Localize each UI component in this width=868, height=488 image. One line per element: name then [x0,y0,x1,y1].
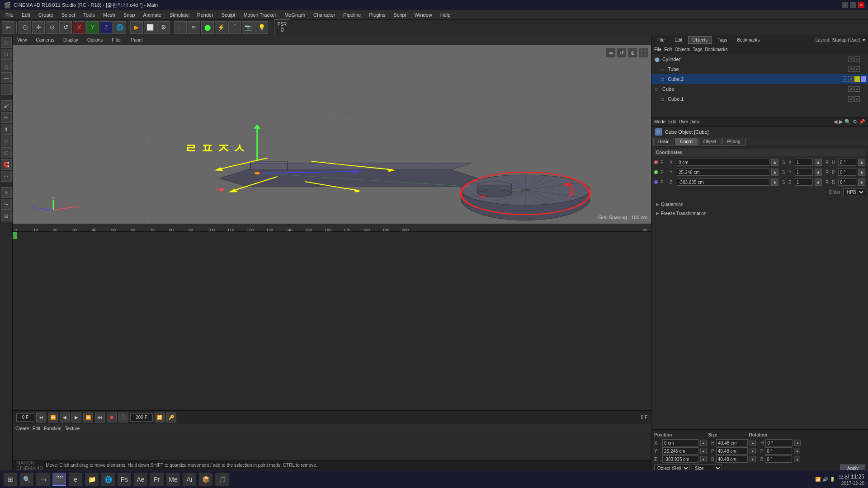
obj-menu-tags[interactable]: Tags [693,47,702,52]
x-axis-btn[interactable]: X [73,21,85,34]
bridge-tool[interactable]: ⬡ [1,147,12,158]
menu-motiontracker[interactable]: Motion Tracker [240,11,280,19]
z-rot-input[interactable] [765,455,792,463]
freeze-row[interactable]: ▶ Freeze Transformation [654,209,865,218]
rp-tab-edit[interactable]: Edit [670,36,686,44]
cube2-toggle-2[interactable]: ✓ [848,76,854,82]
minimize-button[interactable]: – [842,2,848,8]
y-rot-up[interactable]: ▲ [794,448,800,454]
quaternion-row[interactable]: ▶ Quaternion [654,200,865,209]
cube-toggle-1[interactable]: ✓ [848,86,854,92]
menu-animate[interactable]: Animate [140,11,165,19]
obj-row-cube[interactable]: □ Cube ✓ ✓ [651,84,868,94]
timeline-track[interactable] [13,232,651,410]
attr-nav-prev[interactable]: ◀ [834,119,837,125]
cube-btn[interactable]: □ [174,21,187,34]
menu-character[interactable]: Character [310,11,339,19]
spline-btn[interactable]: ⌒ [228,21,241,34]
tray-network[interactable]: 📶 [815,477,821,482]
menu-sculpt[interactable]: Sculpt [218,11,239,19]
chrome-taskbar[interactable]: 🌐 [101,473,115,486]
rp-tab-file[interactable]: File [653,36,669,44]
taskview-button[interactable]: ▭ [36,473,50,486]
rp-tab-bookmarks[interactable]: Bookmarks [733,36,764,44]
goto-end-btn[interactable]: ⏭ [95,413,105,422]
extrude-tool[interactable]: ⬆ [1,124,12,135]
deform-btn[interactable]: 〜 [1,199,12,210]
play-btn[interactable]: ▶ [71,413,81,422]
menu-create[interactable]: Create [35,11,57,19]
cylinder-toggle-2[interactable]: ✓ [854,56,860,62]
px-up[interactable]: ▲ [771,159,778,166]
bevel-tool[interactable]: ◇ [1,136,12,146]
y-rot-input[interactable] [765,447,792,455]
z-pos-up[interactable]: ▲ [700,456,707,462]
attr-pin[interactable]: 📌 [859,119,865,125]
attr-mode[interactable]: Mode [654,119,665,124]
loop-btn[interactable]: 🔁 [155,413,165,422]
files-taskbar[interactable]: 📁 [85,473,99,486]
aftereffects-taskbar[interactable]: Ae [134,473,147,486]
attr-edit[interactable]: Edit [668,119,676,124]
maximize-button[interactable]: □ [850,2,856,8]
media-encoder-taskbar[interactable]: Me [166,473,180,486]
obj-row-cube2[interactable]: □ Cube.2 ✓ ✓ [651,74,868,84]
app-taskbar-1[interactable]: 📦 [199,473,212,486]
vt-display[interactable]: Display [61,37,81,43]
obj-menu-objects[interactable]: Objects [675,47,690,52]
end-frame-input[interactable] [130,413,153,422]
menu-simulate[interactable]: Simulate [166,11,193,19]
vp-nav-zoom[interactable]: ⊕ [627,48,637,58]
app-taskbar-2[interactable]: 🎵 [215,473,229,486]
py-input[interactable] [677,169,769,176]
menu-mograph[interactable]: MoGraph [281,11,309,19]
tube-toggle-1[interactable]: ✓ [848,66,854,72]
attr-nav-next[interactable]: ▶ [839,119,843,125]
material-btn[interactable]: $ [1,187,12,198]
premiere-taskbar[interactable]: Pr [150,473,164,486]
rp-tab-objects[interactable]: Objects [688,36,712,44]
deformer-btn[interactable]: ⚡ [215,21,227,34]
vt-view[interactable]: View [14,37,30,43]
rb-input[interactable] [838,178,856,186]
vt-cameras[interactable]: Cameras [33,37,57,43]
goto-start-btn[interactable]: ⏮ [36,413,46,422]
z-pos-input[interactable] [662,455,698,463]
next-frame-btn[interactable]: ⏩ [83,413,93,422]
cube1-toggle-1[interactable]: ✓ [848,96,854,102]
viewport[interactable]: Perspective [13,45,651,224]
tray-battery[interactable]: 🔋 [830,477,835,482]
undo-button[interactable]: ↩ [2,21,14,34]
z-size-up[interactable]: ▲ [750,456,756,462]
sx-up[interactable]: ▲ [815,159,822,166]
sz-input[interactable] [795,178,813,186]
x-size-input[interactable] [716,439,748,446]
menu-script[interactable]: Script [390,11,410,19]
x-pos-up[interactable]: ▲ [700,440,707,446]
illustrator-taskbar[interactable]: Ai [183,473,196,486]
attr-search[interactable]: 🔍 [844,119,851,125]
play-back-btn[interactable]: ◀ [60,413,70,422]
light-btn[interactable]: 💡 [255,21,268,34]
pz-input[interactable] [677,178,769,186]
x-rot-input[interactable] [765,439,793,446]
paint-tool[interactable]: 🖌 [1,100,12,111]
prev-frame-btn[interactable]: ⏪ [48,413,58,422]
y-size-input[interactable] [716,447,748,455]
menu-help[interactable]: Help [437,11,454,19]
object-mode-btn[interactable]: □ [1,49,12,60]
sy-input[interactable] [795,169,813,176]
z-axis-btn[interactable]: Z [100,21,113,34]
x-rot-up[interactable]: ▲ [794,440,801,446]
keyframe-btn[interactable]: 🔑 [166,413,176,422]
clock[interactable]: 오전 11:25 2017-12-20 [839,473,864,486]
mat-texture[interactable]: Texture [65,426,80,431]
cube-toggle-2[interactable]: ✓ [854,86,860,92]
menu-plugins[interactable]: Plugins [365,11,389,19]
menu-mesh[interactable]: Mesh [99,11,119,19]
rp-tab-tags[interactable]: Tags [713,36,731,44]
menu-select[interactable]: Select [58,11,79,19]
timeline-start-marker[interactable] [13,232,17,239]
obj-menu-bookmarks[interactable]: Bookmarks [705,47,727,52]
menu-pipeline[interactable]: Pipeline [340,11,364,19]
